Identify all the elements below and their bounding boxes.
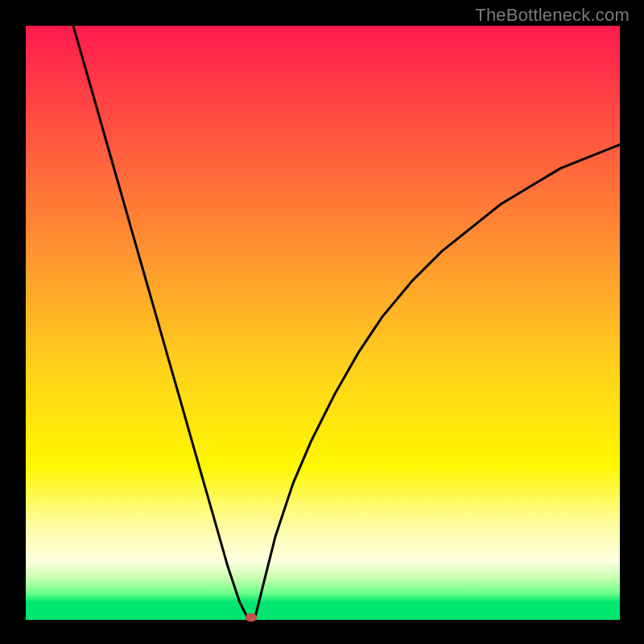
bottleneck-curve (26, 26, 620, 620)
watermark-text: TheBottleneck.com (475, 5, 630, 26)
optimal-marker (246, 613, 257, 621)
chart-frame: TheBottleneck.com (0, 0, 644, 644)
